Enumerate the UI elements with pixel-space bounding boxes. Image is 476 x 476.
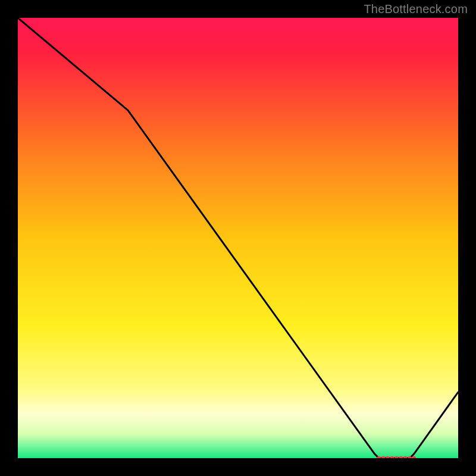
plot-area [18, 18, 458, 458]
chart-frame: TheBottleneck.com [0, 0, 476, 476]
chart-svg [18, 18, 458, 458]
bottom-marker-group [377, 456, 416, 458]
gradient-background [18, 18, 458, 458]
attribution-text: TheBottleneck.com [364, 2, 468, 16]
